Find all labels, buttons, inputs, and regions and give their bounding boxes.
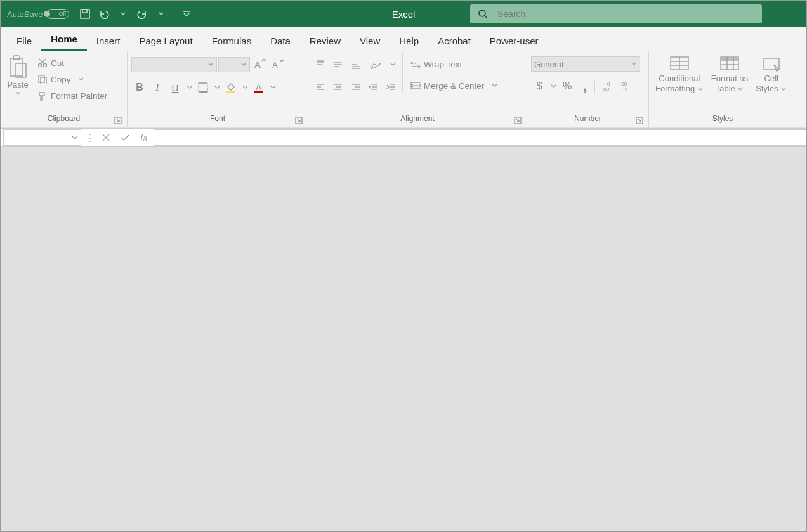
accounting-dropdown[interactable] [549, 78, 558, 94]
conditional-formatting-icon [668, 55, 691, 74]
italic-button[interactable]: I [149, 79, 166, 96]
autosave-toggle[interactable]: AutoSave Off [7, 9, 69, 19]
orientation-button[interactable]: ab [365, 56, 387, 73]
tab-power-user[interactable]: Power-user [480, 30, 548, 51]
align-middle-icon [333, 60, 343, 70]
increase-font-size-button[interactable]: A [251, 56, 268, 73]
cell-styles-button[interactable]: Cell Styles [753, 53, 789, 95]
merge-center-button[interactable]: Merge & Center [407, 78, 501, 93]
orientation-dropdown[interactable] [388, 56, 397, 73]
cut-button[interactable]: Cut [34, 55, 111, 70]
increase-indent-button[interactable] [383, 79, 400, 96]
decrease-decimal-button[interactable]: .00→0 [617, 78, 634, 94]
comma-icon: , [583, 78, 587, 94]
copy-button[interactable]: Copy [34, 72, 111, 87]
italic-icon: I [155, 82, 159, 93]
decrease-indent-button[interactable] [365, 79, 382, 96]
underline-dropdown[interactable] [185, 79, 194, 96]
svg-rect-18 [226, 91, 235, 93]
indent-icon [386, 82, 397, 93]
svg-text:→0: →0 [620, 86, 628, 92]
chevron-down-icon [214, 86, 220, 89]
accounting-format-button[interactable]: $ [531, 78, 548, 94]
tab-acrobat[interactable]: Acrobat [428, 30, 480, 51]
formula-input[interactable] [154, 129, 806, 146]
fill-color-dropdown[interactable] [240, 79, 249, 96]
fill-color-button[interactable] [223, 79, 239, 96]
align-right-button[interactable] [348, 79, 364, 96]
redo-dropdown[interactable] [154, 7, 168, 21]
shrink-font-icon: A [271, 59, 284, 70]
cancel-formula-button[interactable] [96, 133, 115, 142]
tab-formulas[interactable]: Formulas [202, 30, 261, 51]
insert-function-button[interactable]: fx [134, 133, 154, 143]
align-top-button[interactable] [312, 56, 329, 73]
tab-view[interactable]: View [350, 30, 390, 51]
undo-button[interactable] [97, 7, 111, 21]
underline-button[interactable]: U [167, 79, 183, 96]
format-as-table-button[interactable]: Format as Table [709, 53, 751, 95]
format-painter-label: Format Painter [51, 91, 107, 101]
wrap-text-button[interactable]: abWrap Text [407, 56, 501, 72]
tab-file[interactable]: File [7, 30, 41, 51]
underline-icon: U [172, 82, 179, 93]
tab-review[interactable]: Review [300, 30, 350, 51]
search-box[interactable] [470, 4, 762, 23]
fmt-table-l1: Format as [711, 74, 749, 84]
customize-qat-button[interactable] [180, 7, 194, 21]
merge-icon [410, 81, 421, 91]
clipboard-dialog-launcher[interactable] [114, 117, 123, 126]
font-size-combo[interactable] [218, 57, 250, 72]
quick-access-toolbar [78, 7, 194, 21]
outdent-icon [369, 82, 379, 93]
chevron-down-icon [240, 62, 247, 68]
name-box[interactable] [3, 129, 81, 146]
toggle-off-icon: Off [46, 9, 69, 19]
svg-text:A: A [272, 60, 278, 70]
increase-decimal-button[interactable]: ←0.00 [600, 78, 616, 94]
tab-help[interactable]: Help [390, 30, 428, 51]
orientation-icon: ab [369, 60, 383, 70]
alignment-dialog-launcher[interactable] [514, 117, 523, 126]
app-title: Excel [392, 9, 416, 20]
bold-button[interactable]: B [131, 79, 148, 96]
borders-dropdown[interactable] [213, 79, 221, 96]
align-center-button[interactable] [330, 79, 346, 96]
borders-button[interactable] [195, 79, 211, 96]
font-color-button[interactable]: A [251, 79, 267, 96]
dollar-icon: $ [536, 80, 542, 93]
search-input[interactable] [497, 9, 754, 19]
conditional-formatting-button[interactable]: Conditional Formatting [653, 53, 706, 95]
align-middle-button[interactable] [330, 56, 346, 73]
percent-button[interactable]: % [559, 78, 575, 94]
svg-line-3 [485, 16, 487, 18]
group-label-number: Number [574, 114, 601, 123]
undo-dropdown[interactable] [116, 7, 130, 21]
svg-text:ab: ab [369, 62, 378, 70]
copy-label: Copy [51, 75, 71, 84]
svg-rect-4 [10, 58, 23, 76]
comma-button[interactable]: , [577, 78, 593, 94]
format-painter-button[interactable]: Format Painter [34, 88, 111, 103]
align-bottom-button[interactable] [348, 56, 364, 73]
tab-home[interactable]: Home [41, 29, 87, 51]
save-button[interactable] [78, 7, 92, 21]
redo-button[interactable] [135, 7, 149, 21]
font-dialog-launcher[interactable] [295, 117, 304, 126]
align-left-button[interactable] [312, 79, 329, 96]
enter-formula-button[interactable] [115, 133, 134, 142]
paste-button[interactable]: Paste [4, 53, 31, 98]
tab-page-layout[interactable]: Page Layout [129, 30, 202, 51]
chevron-down-icon [551, 84, 556, 88]
decrease-font-size-button[interactable]: A [269, 56, 285, 73]
font-color-dropdown[interactable] [268, 79, 277, 96]
tab-data[interactable]: Data [261, 30, 300, 51]
fill-bucket-icon [225, 82, 237, 93]
paintbrush-icon [37, 91, 48, 101]
x-icon [102, 133, 110, 142]
search-icon [478, 9, 489, 20]
number-dialog-launcher[interactable] [636, 117, 645, 126]
font-name-combo[interactable] [131, 57, 217, 72]
tab-insert[interactable]: Insert [87, 30, 130, 51]
number-format-combo[interactable]: General [531, 56, 640, 72]
